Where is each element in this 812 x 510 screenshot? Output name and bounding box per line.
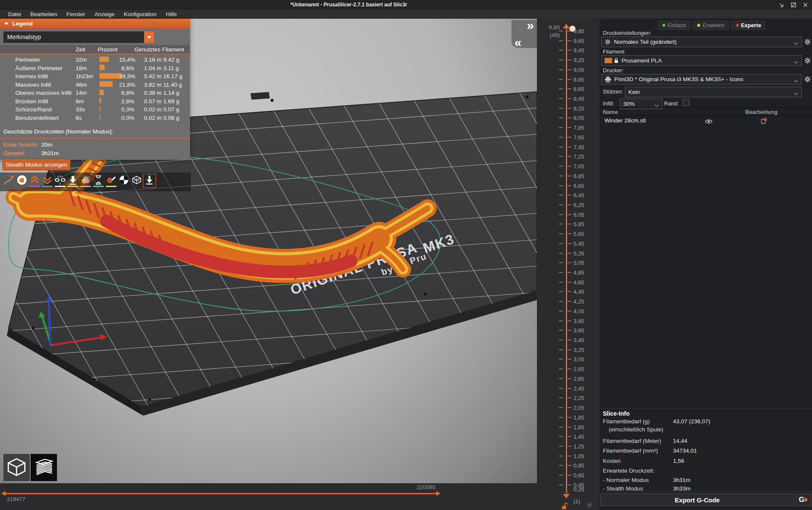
tick-mark (559, 262, 563, 263)
gcode-icon-button[interactable]: G (796, 493, 811, 506)
filament-grams: 0.06 g (162, 115, 190, 121)
menu-item-anzeige[interactable]: Anzeige (90, 10, 119, 19)
maximize-icon[interactable] (790, 2, 797, 8)
percent-bar-cell (97, 106, 119, 113)
menu-item-konfiguration[interactable]: Konfiguration (119, 10, 161, 19)
filament-gear-button[interactable] (804, 57, 811, 64)
layer-slider-track[interactable] (566, 29, 567, 493)
tick-mark (568, 311, 571, 312)
tick-label: 3,45 (574, 337, 584, 343)
percent-value: 2,8% (119, 98, 138, 105)
supports-value: Kein (628, 89, 640, 95)
tick-mark (559, 436, 563, 437)
menu-item-hilfe[interactable]: Hilfe (161, 10, 182, 19)
retractions-icon[interactable] (16, 175, 28, 187)
slice-info-label: Kosten (603, 458, 621, 464)
tool-changes-icon[interactable] (80, 175, 91, 187)
preview-view-button[interactable] (31, 454, 57, 481)
tick-mark (568, 378, 571, 379)
unlock-icon[interactable] (561, 502, 568, 510)
move-slider-track[interactable] (5, 493, 436, 494)
tick-label: 3,25 (574, 347, 584, 353)
layer-slider-top-arrow[interactable] (563, 24, 570, 28)
menu-item-datei[interactable]: Datei (3, 10, 26, 19)
tick-mark (568, 446, 571, 447)
print-settings-dropdown[interactable]: Normales Teil (geändert) (601, 37, 802, 47)
chevron-left-icon: « (514, 35, 522, 50)
tick-mark (568, 340, 571, 340)
tick-mark (559, 233, 563, 234)
legend-rows: Perimeter32m15,4%3.16 m9.42 gÄußerer Per… (0, 56, 190, 122)
move-slider-right-arrow[interactable] (436, 491, 440, 496)
deretractions-icon[interactable] (29, 175, 40, 187)
custom-gcode-icon[interactable] (105, 175, 117, 187)
tick-label: 3,65 (574, 327, 584, 334)
stealth-mode-button[interactable]: Stealth Modus anzeigen (3, 159, 71, 170)
edit-icon[interactable] (761, 118, 767, 124)
tick-label: 3,05 (574, 356, 584, 363)
mode-einfach[interactable]: Einfach (658, 21, 690, 30)
layer-slider-handle[interactable] (569, 26, 576, 32)
wipe-icon[interactable] (54, 175, 66, 187)
shells-icon[interactable] (118, 175, 130, 187)
object-list-row[interactable]: Winder 28cm.stl (599, 116, 812, 126)
wireframe-box-icon[interactable] (131, 175, 142, 187)
tick-mark (568, 407, 571, 408)
menu-item-fenster[interactable]: Fenster (62, 10, 90, 19)
filament-value: Prusament PLA (622, 57, 662, 64)
printer-gear-button[interactable] (804, 76, 811, 83)
view-mode-buttons (3, 454, 57, 481)
chevron-right-icon: » (527, 19, 534, 33)
pause-prints-icon[interactable] (93, 175, 104, 187)
layer-slider-bottom-arrow[interactable] (563, 494, 570, 499)
print-settings-gear-button[interactable] (804, 38, 811, 45)
collapse-sidebar-button[interactable]: » « (511, 20, 537, 48)
tick-mark (568, 397, 571, 398)
tick-mark (568, 147, 571, 147)
tick-mark (559, 417, 563, 418)
seams-icon[interactable] (42, 175, 53, 187)
tick-mark (559, 301, 563, 302)
tick-label: 5,25 (574, 250, 584, 257)
tick-mark (559, 407, 563, 408)
gcode-letter: G (799, 496, 804, 504)
tick-mark (568, 156, 571, 157)
printer-dropdown[interactable]: Print3D * Original Prusa i3 MK3S & MK3S+… (601, 74, 802, 85)
minimize-icon[interactable] (778, 2, 785, 8)
legend-header[interactable]: Legend (0, 19, 190, 28)
brim-checkbox[interactable] (683, 99, 689, 106)
title-bar: *Unbenannt - PrusaSlicer-2.7.1 basiert a… (0, 0, 812, 10)
tick-mark (559, 311, 563, 312)
filament-grams: 11.40 g (162, 82, 190, 88)
supports-dropdown[interactable]: Kein (625, 87, 802, 97)
filament-dropdown[interactable]: Prusament PLA (601, 55, 802, 66)
tick-mark (568, 127, 571, 128)
slider-settings-gear-icon[interactable] (586, 502, 593, 508)
tick-label: 5,65 (574, 231, 584, 237)
legend-row-perimeter: Perimeter32m15,4%3.16 m9.42 g (0, 56, 190, 64)
eye-icon[interactable] (705, 118, 713, 124)
slice-info-title: Slice-Info (603, 410, 630, 417)
editor-view-button[interactable] (3, 454, 30, 481)
tick-mark (559, 31, 563, 31)
tick-mark (568, 176, 571, 176)
arrow-down-icon[interactable] (144, 175, 155, 187)
mode-experte[interactable]: Experte (732, 21, 766, 30)
feature-type-dropdown[interactable]: Merkmalstyp (3, 31, 144, 43)
tick-mark (568, 484, 571, 485)
close-icon[interactable] (802, 2, 809, 8)
filament-meters: 0.57 m (138, 98, 162, 105)
feature-label: Brücken Infill (15, 98, 76, 105)
tick-label: 4,05 (574, 308, 584, 314)
slice-info-value: 14,44 (673, 438, 687, 444)
menu-item-bearbeiten[interactable]: Bearbeiten (26, 10, 62, 19)
tick-label: 7,05 (574, 163, 584, 170)
color-changes-icon[interactable] (67, 175, 79, 187)
travel-moves-icon[interactable] (3, 175, 15, 187)
feature-type-dropdown-button[interactable] (144, 31, 154, 43)
percent-bar (99, 81, 113, 87)
mode-erweitert[interactable]: Erweitert (693, 21, 728, 30)
tick-mark (559, 340, 563, 340)
export-gcode-button[interactable]: Export G-Code (600, 493, 794, 506)
tick-mark (559, 185, 563, 186)
